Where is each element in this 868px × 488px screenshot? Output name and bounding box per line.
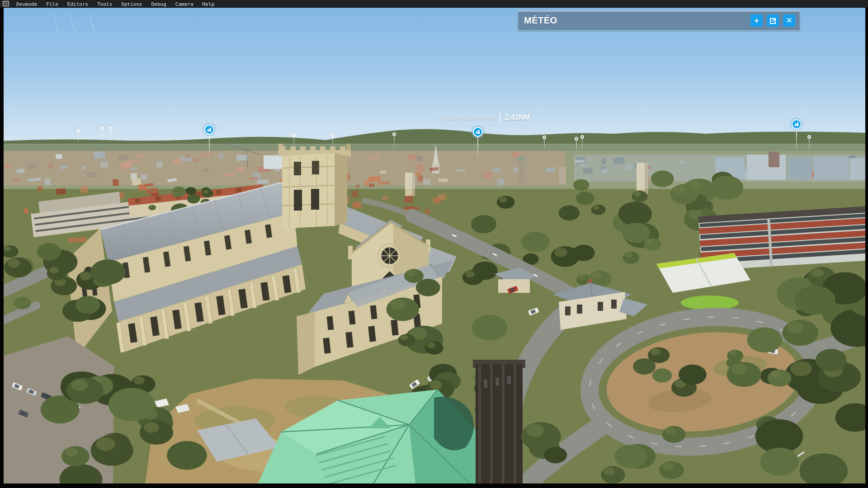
poi-dot-stem [110,130,111,144]
poi-dot-stem [544,139,545,153]
close-icon: ✕ [786,14,792,27]
city-poi-icon [794,122,799,127]
poi-dot-marker[interactable] [580,135,584,139]
poi-marker[interactable] [204,125,214,135]
poi-selected-label: Thorpe St Andrew 2.42NM [438,113,530,122]
menu-item-help[interactable]: Help [198,1,219,7]
menu-item-editors[interactable]: Editors [63,1,93,7]
devmode-menu-bar: DevmodeFileEditorsToolsOptionsDebugCamer… [0,0,868,8]
poi-marker-stem [209,135,210,158]
menu-item-camera[interactable]: Camera [171,1,198,7]
city-poi-icon [207,127,212,132]
poi-dot-marker[interactable] [542,136,546,139]
viewport-border-left [0,7,4,488]
menu-item-devmode[interactable]: Devmode [12,1,42,7]
poi-dot-stem [582,139,583,152]
add-button[interactable]: + [750,14,763,27]
msfs-devmode-screen: DevmodeFileEditorsToolsOptionsDebugCamer… [0,0,868,488]
poi-dot-marker[interactable] [109,127,113,130]
viewport-border-bottom [0,483,868,488]
viewport-border-right [865,7,868,488]
menu-item-options[interactable]: Options [117,1,146,7]
scene-3d-view[interactable] [0,0,868,488]
poi-dot-marker[interactable] [392,132,396,136]
poi-dot-stem [102,130,103,144]
poi-dot-marker[interactable] [292,133,296,137]
poi-marker[interactable] [473,127,483,137]
poi-dot-stem [576,141,577,154]
edit-icon [769,17,777,24]
poi-dot-stem [293,137,294,150]
poi-name: Thorpe St Andrew [438,113,495,122]
poi-marker-stem [477,137,478,160]
poi-dot-stem [394,136,395,150]
poi-marker-stem [796,129,797,153]
edit-button[interactable] [767,14,779,27]
close-button[interactable]: ✕ [783,14,795,27]
poi-separator [500,113,500,122]
poi-dot-stem [78,132,79,146]
poi-dot-marker[interactable] [76,129,80,132]
menu-item-debug[interactable]: Debug [147,1,171,7]
poi-dot-stem [332,137,333,151]
menu-item-file[interactable]: File [42,1,63,7]
poi-dot-stem [809,139,810,152]
poi-dot-marker[interactable] [100,127,104,130]
devmode-window-icon [3,1,9,6]
poi-distance: 2.42NM [505,113,530,122]
poi-marker[interactable] [792,119,802,129]
poi-dot-marker[interactable] [331,134,335,137]
add-icon: + [755,14,759,27]
poi-dot-marker[interactable] [575,137,578,141]
weather-panel-title: MÉTÉO [518,15,750,26]
poi-dot-marker[interactable] [807,135,811,139]
city-poi-icon [475,129,481,135]
weather-panel-titlebar[interactable]: MÉTÉO + ✕ [518,10,800,31]
menu-item-tools[interactable]: Tools [93,1,117,7]
